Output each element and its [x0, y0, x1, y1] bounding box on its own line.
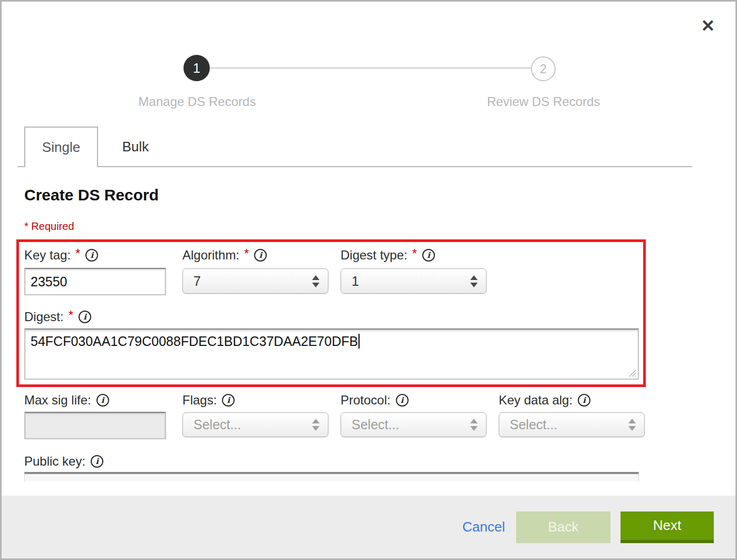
required-asterisk: *: [75, 246, 80, 261]
create-ds-record-dialog: ✕ 1 2 Manage DS Records Review DS Record…: [0, 0, 737, 560]
public-key-label: Public key: i: [24, 453, 103, 469]
key-data-alg-label-text: Key data alg:: [499, 393, 573, 408]
step-2-label: Review DS Records: [470, 94, 617, 109]
required-note: * Required: [24, 220, 74, 233]
digest-label-text: Digest:: [24, 310, 64, 324]
digest-type-label: Digest type: * i: [341, 247, 435, 263]
tab-bar-divider: [17, 166, 692, 167]
key-data-alg-select-value: Select...: [510, 417, 557, 432]
digest-label: Digest: * i: [24, 309, 91, 325]
text-cursor: [358, 334, 360, 349]
info-icon[interactable]: i: [396, 394, 409, 407]
max-sig-life-input[interactable]: [24, 412, 166, 439]
step-1-label: Manage DS Records: [123, 94, 271, 109]
algorithm-label-text: Algorithm:: [182, 248, 239, 263]
digest-type-label-text: Digest type:: [341, 248, 408, 263]
stepper-connector-line: [210, 67, 531, 69]
info-icon[interactable]: i: [79, 311, 91, 323]
protocol-select[interactable]: Select...: [341, 412, 487, 437]
flags-select[interactable]: Select...: [182, 412, 328, 437]
back-button[interactable]: Back: [516, 511, 610, 543]
digest-type-select-value: 1: [352, 274, 359, 289]
cancel-link[interactable]: Cancel: [462, 519, 505, 535]
tab-bulk[interactable]: Bulk: [98, 127, 173, 167]
info-icon[interactable]: i: [85, 249, 98, 262]
algorithm-select[interactable]: 7: [182, 268, 328, 294]
key-tag-input[interactable]: [24, 268, 166, 295]
protocol-label-text: Protocol:: [341, 393, 391, 408]
select-arrows-icon: [470, 419, 478, 431]
dialog-footer: Cancel Back Next: [2, 496, 735, 558]
public-key-label-text: Public key:: [24, 454, 85, 469]
required-asterisk: *: [412, 246, 417, 261]
digest-type-select[interactable]: 1: [341, 268, 487, 294]
protocol-select-value: Select...: [352, 417, 399, 432]
info-icon[interactable]: i: [91, 455, 103, 468]
digest-value: 54FCF030AA1C79C0088FDEC1BD1C37DAA2E70DFB: [31, 334, 358, 349]
select-arrows-icon: [470, 275, 478, 287]
info-icon[interactable]: i: [422, 249, 435, 262]
resize-grip-icon[interactable]: [627, 368, 636, 377]
key-data-alg-select[interactable]: Select...: [499, 412, 645, 437]
close-icon[interactable]: ✕: [696, 14, 720, 37]
public-key-textarea[interactable]: [24, 472, 639, 481]
max-sig-life-label-text: Max sig life:: [24, 393, 91, 408]
info-icon[interactable]: i: [222, 394, 235, 407]
info-icon[interactable]: i: [578, 394, 590, 407]
flags-select-value: Select...: [193, 417, 241, 432]
required-asterisk: *: [244, 246, 249, 261]
tab-single[interactable]: Single: [24, 127, 98, 167]
page-title: Create DS Record: [24, 186, 159, 204]
flags-label-text: Flags:: [182, 393, 217, 408]
protocol-label: Protocol: i: [341, 392, 409, 408]
key-tag-label-text: Key tag:: [24, 248, 71, 263]
algorithm-label: Algorithm: * i: [182, 247, 267, 263]
step-1-circle: 1: [183, 55, 210, 81]
key-tag-label: Key tag: * i: [24, 247, 98, 263]
select-arrows-icon: [312, 275, 319, 287]
next-button[interactable]: Next: [620, 511, 714, 543]
info-icon[interactable]: i: [96, 394, 109, 407]
digest-textarea[interactable]: 54FCF030AA1C79C0088FDEC1BD1C37DAA2E70DFB: [24, 329, 639, 380]
flags-label: Flags: i: [182, 392, 235, 408]
algorithm-select-value: 7: [193, 274, 201, 289]
key-data-alg-label: Key data alg: i: [499, 392, 590, 408]
step-2-circle: 2: [531, 56, 556, 81]
select-arrows-icon: [312, 419, 319, 431]
select-arrows-icon: [628, 419, 636, 431]
info-icon[interactable]: i: [254, 249, 267, 262]
required-asterisk: *: [69, 308, 73, 323]
max-sig-life-label: Max sig life: i: [24, 392, 109, 408]
